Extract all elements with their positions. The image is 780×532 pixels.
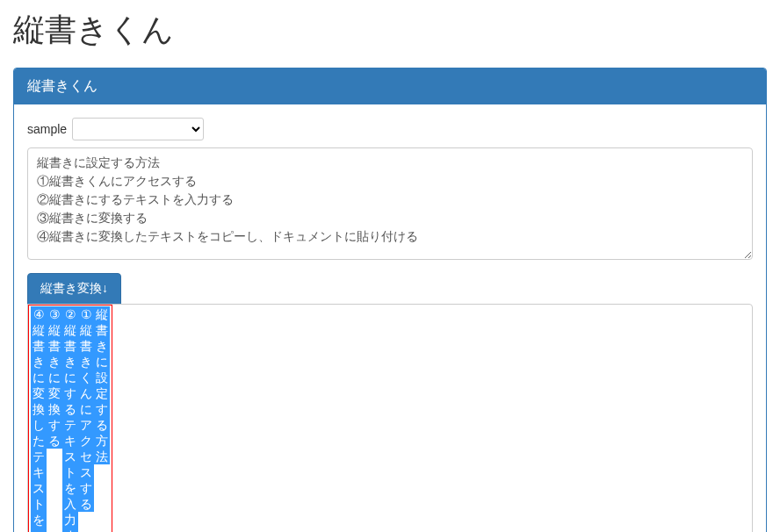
vertical-char: に <box>78 401 94 417</box>
vertical-char <box>94 464 110 480</box>
vertical-char <box>47 496 62 512</box>
vertical-char: し <box>31 417 47 433</box>
vertical-char: る <box>94 417 110 433</box>
vertical-char: 設 <box>94 370 110 385</box>
vertical-char: き <box>31 354 47 370</box>
vertical-char <box>94 496 110 512</box>
vertical-char: ② <box>62 306 78 322</box>
vertical-char: セ <box>78 449 94 464</box>
main-panel: 縦書きくん sample 縦書き変換↓ 縦書きに設定する方法 ①縦書きくんにアク… <box>13 68 767 532</box>
vertical-column: ②縦書きにするテキストを入力する <box>62 306 78 532</box>
output-box[interactable]: 縦書きに設定する方法 ①縦書きくんにアクセスする ②縦書きにするテキストを入力す… <box>27 304 753 532</box>
vertical-char: 書 <box>31 338 47 354</box>
vertical-char: 定 <box>94 385 110 401</box>
vertical-char: 書 <box>78 338 94 354</box>
vertical-char: る <box>62 401 78 417</box>
vertical-char: に <box>31 370 47 385</box>
panel-body: sample 縦書き変換↓ 縦書きに設定する方法 ①縦書きくんにアクセスする ②… <box>14 104 766 532</box>
vertical-char: 方 <box>94 433 110 449</box>
vertical-char: き <box>78 354 94 370</box>
vertical-char <box>94 480 110 496</box>
vertical-char: き <box>62 354 78 370</box>
vertical-char: に <box>94 354 110 370</box>
vertical-char: 法 <box>94 449 110 464</box>
vertical-char <box>47 449 62 464</box>
vertical-char: す <box>94 401 110 417</box>
vertical-char: に <box>62 370 78 385</box>
vertical-char: 縦 <box>78 322 94 338</box>
vertical-char: 縦 <box>31 322 47 338</box>
vertical-char: を <box>31 512 47 528</box>
vertical-char: 縦 <box>47 322 62 338</box>
vertical-char: 書 <box>47 338 62 354</box>
page-title: 縦書きくん <box>13 9 767 52</box>
vertical-char <box>47 528 62 532</box>
vertical-char: ス <box>62 449 78 464</box>
vertical-char: 書 <box>94 322 110 338</box>
vertical-char: ト <box>31 496 47 512</box>
vertical-char <box>47 512 62 528</box>
panel-heading: 縦書きくん <box>14 68 766 104</box>
vertical-char: 力 <box>62 512 78 528</box>
vertical-char: 縦 <box>62 322 78 338</box>
vertical-char: ア <box>78 417 94 433</box>
vertical-char: ん <box>78 385 94 401</box>
vertical-char: を <box>62 480 78 496</box>
vertical-column: ①縦書きくんにアクセスする <box>78 306 94 532</box>
vertical-char: す <box>62 385 78 401</box>
input-textarea[interactable] <box>27 147 753 260</box>
vertical-char: き <box>94 338 110 354</box>
vertical-char: キ <box>62 433 78 449</box>
vertical-char: ク <box>78 433 94 449</box>
vertical-char <box>47 464 62 480</box>
vertical-char: 換 <box>31 401 47 417</box>
vertical-char: た <box>31 433 47 449</box>
vertical-char: キ <box>31 464 47 480</box>
vertical-char <box>78 528 94 532</box>
vertical-char: 変 <box>47 385 62 401</box>
vertical-char: ス <box>31 480 47 496</box>
vertical-char: テ <box>62 417 78 433</box>
vertical-char: コ <box>31 528 47 532</box>
vertical-char <box>47 480 62 496</box>
vertical-char: ③ <box>47 306 62 322</box>
convert-button[interactable]: 縦書き変換↓ <box>27 273 121 305</box>
vertical-column: ④縦書きに変換したテキストをコピ <box>31 306 47 532</box>
sample-select[interactable] <box>72 118 204 140</box>
sample-row: sample <box>27 118 753 140</box>
vertical-char: 入 <box>62 496 78 512</box>
vertical-char: 縦 <box>94 306 110 322</box>
vertical-char: る <box>47 433 62 449</box>
vertical-char: る <box>78 496 94 512</box>
vertical-char: ト <box>62 464 78 480</box>
vertical-char: す <box>78 480 94 496</box>
vertical-char: テ <box>31 449 47 464</box>
vertical-char: に <box>47 370 62 385</box>
output-inner: 縦書きに設定する方法 ①縦書きくんにアクセスする ②縦書きにするテキストを入力す… <box>28 305 112 532</box>
vertical-text-area: 縦書きに設定する方法 ①縦書きくんにアクセスする ②縦書きにするテキストを入力す… <box>31 306 110 532</box>
vertical-column: 縦書きに設定する方法 <box>94 306 110 532</box>
vertical-char: ス <box>78 464 94 480</box>
vertical-char: ④ <box>31 306 47 322</box>
vertical-char: す <box>47 417 62 433</box>
vertical-char: く <box>78 370 94 385</box>
vertical-char <box>94 528 110 532</box>
vertical-char: 換 <box>47 401 62 417</box>
vertical-char: ① <box>78 306 94 322</box>
vertical-char: き <box>47 354 62 370</box>
sample-label: sample <box>27 122 67 136</box>
vertical-column: ③縦書きに変換する <box>47 306 62 532</box>
vertical-char: 書 <box>62 338 78 354</box>
vertical-char <box>94 512 110 528</box>
vertical-char: 変 <box>31 385 47 401</box>
vertical-char <box>78 512 94 528</box>
vertical-char: す <box>62 528 78 532</box>
